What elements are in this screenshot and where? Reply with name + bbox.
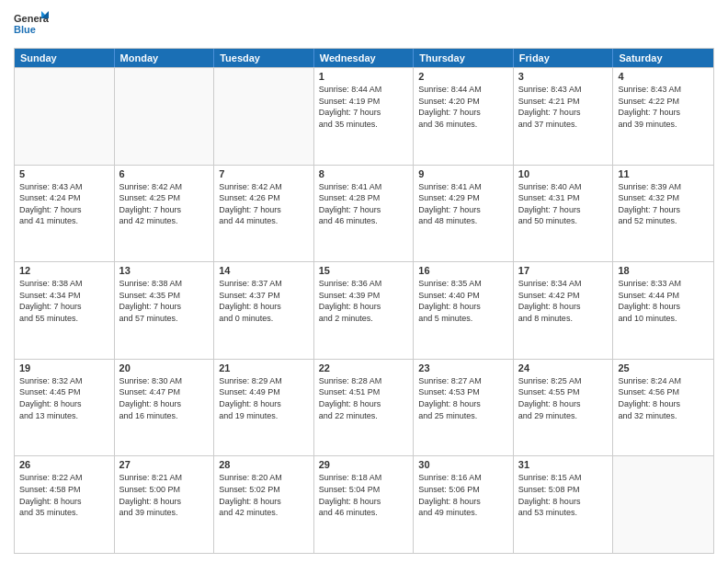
day-info: Sunrise: 8:33 AM Sunset: 4:44 PM Dayligh… [618, 278, 709, 324]
calendar-cell: 22Sunrise: 8:28 AM Sunset: 4:51 PM Dayli… [314, 360, 415, 456]
day-number: 20 [119, 362, 210, 373]
weekday-header: Thursday [414, 49, 514, 67]
day-number: 12 [19, 265, 109, 276]
day-info: Sunrise: 8:43 AM Sunset: 4:21 PM Dayligh… [518, 84, 609, 130]
day-number: 6 [119, 168, 210, 179]
day-info: Sunrise: 8:36 AM Sunset: 4:39 PM Dayligh… [319, 278, 409, 324]
weekday-header: Tuesday [214, 49, 314, 67]
calendar-cell: 27Sunrise: 8:21 AM Sunset: 5:00 PM Dayli… [115, 456, 215, 553]
day-number: 7 [219, 168, 309, 179]
calendar-cell [613, 456, 713, 553]
calendar-header: SundayMondayTuesdayWednesdayThursdayFrid… [15, 49, 713, 67]
calendar-cell: 29Sunrise: 8:18 AM Sunset: 5:04 PM Dayli… [314, 456, 415, 553]
calendar-cell: 8Sunrise: 8:41 AM Sunset: 4:28 PM Daylig… [314, 166, 415, 262]
day-info: Sunrise: 8:20 AM Sunset: 5:02 PM Dayligh… [219, 472, 309, 518]
calendar-cell: 11Sunrise: 8:39 AM Sunset: 4:32 PM Dayli… [613, 166, 713, 262]
day-number: 18 [618, 265, 709, 276]
calendar-cell: 5Sunrise: 8:43 AM Sunset: 4:24 PM Daylig… [15, 166, 115, 262]
day-number: 4 [618, 71, 709, 82]
calendar-row: 12Sunrise: 8:38 AM Sunset: 4:34 PM Dayli… [15, 261, 713, 359]
day-number: 3 [518, 71, 609, 82]
day-number: 11 [618, 168, 709, 179]
day-number: 23 [418, 362, 508, 373]
calendar-cell: 19Sunrise: 8:32 AM Sunset: 4:45 PM Dayli… [15, 360, 115, 456]
calendar-cell: 14Sunrise: 8:37 AM Sunset: 4:37 PM Dayli… [214, 262, 314, 359]
day-info: Sunrise: 8:30 AM Sunset: 4:47 PM Dayligh… [119, 375, 210, 421]
calendar-cell: 28Sunrise: 8:20 AM Sunset: 5:02 PM Dayli… [214, 456, 314, 553]
day-number: 8 [319, 168, 409, 179]
day-info: Sunrise: 8:28 AM Sunset: 4:51 PM Dayligh… [319, 375, 409, 421]
calendar-row: 5Sunrise: 8:43 AM Sunset: 4:24 PM Daylig… [15, 165, 713, 262]
day-info: Sunrise: 8:15 AM Sunset: 5:08 PM Dayligh… [518, 472, 609, 518]
day-number: 30 [418, 459, 508, 470]
logo: GeneralBlue [14, 9, 49, 42]
day-number: 5 [19, 168, 109, 179]
header: GeneralBlue [14, 9, 714, 42]
day-number: 22 [319, 362, 409, 373]
calendar-cell: 17Sunrise: 8:34 AM Sunset: 4:42 PM Dayli… [514, 262, 614, 359]
day-number: 26 [19, 459, 109, 470]
day-info: Sunrise: 8:32 AM Sunset: 4:45 PM Dayligh… [19, 375, 109, 421]
svg-text:Blue: Blue [14, 24, 36, 35]
day-info: Sunrise: 8:27 AM Sunset: 4:53 PM Dayligh… [418, 375, 508, 421]
day-number: 17 [518, 265, 609, 276]
calendar-cell: 6Sunrise: 8:42 AM Sunset: 4:25 PM Daylig… [115, 166, 215, 262]
calendar-cell [115, 68, 215, 165]
calendar-row: 19Sunrise: 8:32 AM Sunset: 4:45 PM Dayli… [15, 359, 713, 456]
calendar-row: 1Sunrise: 8:44 AM Sunset: 4:19 PM Daylig… [15, 67, 713, 165]
day-info: Sunrise: 8:42 AM Sunset: 4:25 PM Dayligh… [119, 181, 210, 227]
calendar-body: 1Sunrise: 8:44 AM Sunset: 4:19 PM Daylig… [15, 67, 713, 553]
calendar-cell: 12Sunrise: 8:38 AM Sunset: 4:34 PM Dayli… [15, 262, 115, 359]
day-info: Sunrise: 8:44 AM Sunset: 4:19 PM Dayligh… [319, 84, 409, 130]
day-info: Sunrise: 8:37 AM Sunset: 4:37 PM Dayligh… [219, 278, 309, 324]
day-number: 9 [418, 168, 508, 179]
weekday-header: Monday [115, 49, 215, 67]
calendar-cell: 16Sunrise: 8:35 AM Sunset: 4:40 PM Dayli… [414, 262, 514, 359]
day-info: Sunrise: 8:25 AM Sunset: 4:55 PM Dayligh… [518, 375, 609, 421]
day-info: Sunrise: 8:42 AM Sunset: 4:26 PM Dayligh… [219, 181, 309, 227]
day-number: 13 [119, 265, 210, 276]
calendar-cell: 13Sunrise: 8:38 AM Sunset: 4:35 PM Dayli… [115, 262, 215, 359]
day-number: 19 [19, 362, 109, 373]
calendar-cell: 10Sunrise: 8:40 AM Sunset: 4:31 PM Dayli… [514, 166, 614, 262]
day-number: 29 [319, 459, 409, 470]
calendar-row: 26Sunrise: 8:22 AM Sunset: 4:58 PM Dayli… [15, 455, 713, 553]
day-number: 2 [418, 71, 508, 82]
day-number: 14 [219, 265, 309, 276]
calendar-cell: 23Sunrise: 8:27 AM Sunset: 4:53 PM Dayli… [414, 360, 514, 456]
day-info: Sunrise: 8:40 AM Sunset: 4:31 PM Dayligh… [518, 181, 609, 227]
day-info: Sunrise: 8:43 AM Sunset: 4:24 PM Dayligh… [19, 181, 109, 227]
day-number: 24 [518, 362, 609, 373]
day-number: 1 [319, 71, 409, 82]
day-info: Sunrise: 8:44 AM Sunset: 4:20 PM Dayligh… [418, 84, 508, 130]
calendar-cell: 18Sunrise: 8:33 AM Sunset: 4:44 PM Dayli… [613, 262, 713, 359]
day-info: Sunrise: 8:18 AM Sunset: 5:04 PM Dayligh… [319, 472, 409, 518]
logo-icon: GeneralBlue [14, 9, 49, 42]
day-info: Sunrise: 8:16 AM Sunset: 5:06 PM Dayligh… [418, 472, 508, 518]
day-info: Sunrise: 8:38 AM Sunset: 4:35 PM Dayligh… [119, 278, 210, 324]
day-number: 27 [119, 459, 210, 470]
page: GeneralBlue SundayMondayTuesdayWednesday… [0, 0, 728, 563]
calendar-cell: 7Sunrise: 8:42 AM Sunset: 4:26 PM Daylig… [214, 166, 314, 262]
calendar-cell: 2Sunrise: 8:44 AM Sunset: 4:20 PM Daylig… [414, 68, 514, 165]
day-info: Sunrise: 8:29 AM Sunset: 4:49 PM Dayligh… [219, 375, 309, 421]
calendar-cell: 30Sunrise: 8:16 AM Sunset: 5:06 PM Dayli… [414, 456, 514, 553]
calendar-cell: 26Sunrise: 8:22 AM Sunset: 4:58 PM Dayli… [15, 456, 115, 553]
day-info: Sunrise: 8:22 AM Sunset: 4:58 PM Dayligh… [19, 472, 109, 518]
day-number: 15 [319, 265, 409, 276]
day-number: 28 [219, 459, 309, 470]
calendar-cell: 1Sunrise: 8:44 AM Sunset: 4:19 PM Daylig… [314, 68, 415, 165]
calendar-cell: 21Sunrise: 8:29 AM Sunset: 4:49 PM Dayli… [214, 360, 314, 456]
day-info: Sunrise: 8:43 AM Sunset: 4:22 PM Dayligh… [618, 84, 709, 130]
day-info: Sunrise: 8:38 AM Sunset: 4:34 PM Dayligh… [19, 278, 109, 324]
calendar-cell: 3Sunrise: 8:43 AM Sunset: 4:21 PM Daylig… [514, 68, 614, 165]
calendar-cell: 20Sunrise: 8:30 AM Sunset: 4:47 PM Dayli… [115, 360, 215, 456]
calendar-cell: 15Sunrise: 8:36 AM Sunset: 4:39 PM Dayli… [314, 262, 415, 359]
calendar-cell: 9Sunrise: 8:41 AM Sunset: 4:29 PM Daylig… [414, 166, 514, 262]
day-info: Sunrise: 8:34 AM Sunset: 4:42 PM Dayligh… [518, 278, 609, 324]
calendar: SundayMondayTuesdayWednesdayThursdayFrid… [14, 48, 714, 554]
day-info: Sunrise: 8:41 AM Sunset: 4:29 PM Dayligh… [418, 181, 508, 227]
calendar-cell: 4Sunrise: 8:43 AM Sunset: 4:22 PM Daylig… [613, 68, 713, 165]
day-info: Sunrise: 8:35 AM Sunset: 4:40 PM Dayligh… [418, 278, 508, 324]
day-number: 10 [518, 168, 609, 179]
